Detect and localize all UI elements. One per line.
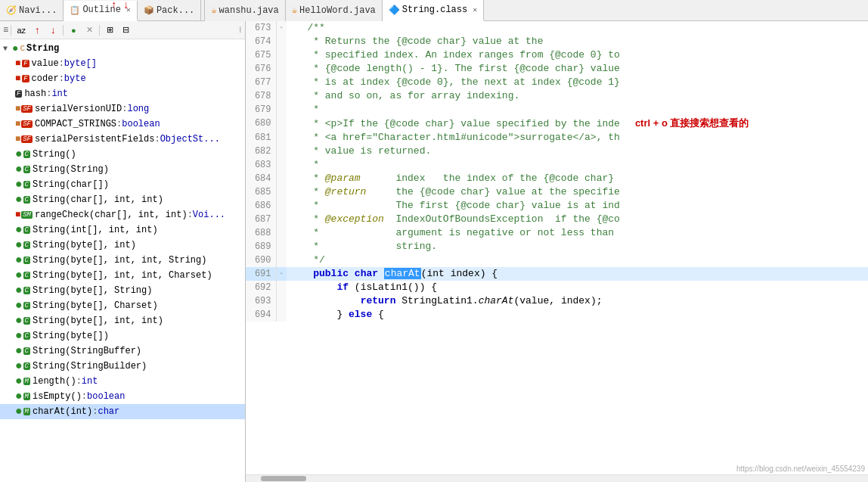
toolbar-btn-sort-alpha[interactable]: az — [14, 23, 29, 37]
dot-green-sbii: ● — [15, 315, 23, 327]
line-arrow-683 — [276, 158, 287, 172]
tree-item-compact[interactable]: ■ SF COMPACT_STRINGS : boolean — [0, 117, 245, 132]
tree-item-string-char-int-int[interactable]: ● C String(char[], int, int) — [0, 192, 245, 207]
tree-item-string-string[interactable]: ● C String(String) — [0, 162, 245, 177]
field-sep-hash: : — [46, 89, 51, 99]
tree-item-string-byte-charset[interactable]: ● C String(byte[], Charset) — [0, 298, 245, 313]
field-icon-svuid: SF — [21, 105, 33, 113]
code-line-689: 689 * string. — [246, 240, 868, 253]
line-content-692: if (isLatin1()) { — [287, 281, 868, 294]
line-content-679: * — [287, 103, 868, 117]
line-arrow-694 — [276, 308, 287, 322]
line-arrow-692 — [276, 281, 287, 294]
line-arrow-688 — [276, 226, 287, 240]
toolbar-btn-x[interactable]: ✕ — [82, 23, 97, 37]
tree-item-string-intarray[interactable]: ● C String(int[], int, int) — [0, 222, 245, 238]
method-icon-ie: M — [23, 393, 30, 400]
helloword-java-icon: ☕ — [292, 5, 297, 16]
editor-tab-string[interactable]: 🔷 String.class ✕ — [383, 0, 484, 21]
tree-item-string-default[interactable]: ● C String() — [0, 147, 245, 162]
tree-item-string-stringbuffer[interactable]: ● C String(StringBuffer) — [0, 344, 245, 359]
collapse-arrow-string[interactable]: ▼ — [3, 45, 12, 53]
outline-toolbar: ≡ az ↑ ↓ ● ✕ ⊞ ⊟ ⁞ — [0, 21, 245, 39]
field-type-svuid: long — [127, 104, 149, 114]
toolbar-btn-circle[interactable]: ● — [66, 23, 81, 37]
tree-item-serialVersionUID[interactable]: ■ SF serialVersionUID : long — [0, 101, 245, 117]
navi-label: Navi... — [19, 5, 57, 16]
tree-item-value[interactable]: ■ F value : byte[] — [0, 56, 245, 71]
line-arrow-677 — [276, 76, 287, 89]
line-arrow-681 — [276, 131, 287, 145]
tree-root-string[interactable]: ▼ ● C String — [0, 41, 245, 56]
tree-item-hash[interactable]: F hash : int — [0, 86, 245, 101]
field-name-value: value — [32, 58, 59, 69]
line-num-676: 676 — [246, 62, 276, 76]
line-content-687: * @exception IndexOutOfBoundsException i… — [287, 213, 868, 226]
h-scroll-thumb[interactable] — [261, 476, 306, 481]
code-line-690: 690 */ — [246, 253, 868, 267]
method-name-sia: String(int[], int, int) — [33, 225, 158, 235]
code-line-683: 683 * — [246, 158, 868, 172]
tree-item-string-bytearray[interactable]: ● C String(byte[]) — [0, 328, 245, 344]
line-num-687: 687 — [246, 213, 276, 226]
tree-item-string-chararray[interactable]: ● C String(char[]) — [0, 177, 245, 192]
line-content-694: } else { — [287, 308, 868, 322]
tab-outline[interactable]: 📋 Outline ✕ ↑ ↓ — [64, 1, 137, 21]
field-icon-compact: SF — [21, 120, 33, 128]
tree-item-string-bytearray-iis[interactable]: ● C String(byte[], int, int, String) — [0, 253, 245, 268]
tree-item-string-bytearray-iicharset[interactable]: ● C String(byte[], int, int, Charset) — [0, 268, 245, 283]
helloword-java-label: HelloWord.java — [299, 5, 376, 16]
toolbar-btn-arrow-down[interactable]: ↓ — [45, 23, 60, 37]
pack-icon: 📦 — [144, 5, 154, 15]
tree-item-coder[interactable]: ■ F coder : byte — [0, 71, 245, 86]
line-content-675: * specified index. An index ranges from … — [287, 48, 868, 62]
editor-tab-wanshu[interactable]: ☕ wanshu.java — [205, 0, 285, 21]
dot-red-rc: ■ — [15, 210, 20, 220]
toolbar-input-icon: ≡ — [3, 25, 8, 36]
pack-label: Pack... — [157, 5, 194, 16]
method-name-ca: charAt(int) — [33, 406, 92, 417]
method-name-sbiicharset: String(byte[], int, int, Charset) — [33, 270, 212, 281]
field-type-value: byte[] — [64, 58, 97, 69]
tree-item-string-byte-int[interactable]: ● C String(byte[], int) — [0, 238, 245, 253]
tree-item-string-byte-string[interactable]: ● C String(byte[], String) — [0, 283, 245, 298]
tree-item-string-stringbuilder[interactable]: ● C String(StringBuilder) — [0, 359, 245, 374]
red-arrow-indicator2: ↓ — [122, 0, 129, 11]
dot-green-sbi: ● — [15, 239, 23, 251]
line-content-680: * <p>If the {@code char} value specified… — [287, 117, 868, 131]
dot-green-scii: ● — [15, 194, 23, 206]
line-arrow-680 — [276, 117, 287, 131]
toolbar-btn-expand[interactable]: ⊞ — [102, 23, 117, 37]
string-class-close[interactable]: ✕ — [473, 5, 477, 14]
method-icon-sbarr: C — [23, 332, 30, 340]
code-line-687: 687 * @exception IndexOutOfBoundsExcepti… — [246, 213, 868, 226]
tree-item-length[interactable]: ● M length() : int — [0, 374, 245, 389]
tree-item-rangecheck[interactable]: ■ SM rangeCheck(char[], int, int) : Voi.… — [0, 207, 245, 222]
method-icon-sd: C — [23, 151, 30, 158]
horizontal-scrollbar[interactable] — [246, 474, 868, 482]
line-num-673: 673 — [246, 21, 276, 35]
tree-item-string-byte-int-int[interactable]: ● C String(byte[], int, int) — [0, 313, 245, 328]
method-name-sbiis: String(byte[], int, int, String) — [33, 255, 206, 266]
tree-item-isempty[interactable]: ● M isEmpty() : boolean — [0, 389, 245, 404]
field-sep-value: : — [59, 58, 64, 69]
tab-pack[interactable]: 📦 Pack... — [138, 0, 201, 20]
code-line-678: 678 * and so on, as for array indexing. — [246, 89, 868, 103]
tree-item-spf[interactable]: ■ SF serialPersistentFields : ObjectSt..… — [0, 132, 245, 147]
line-content-686: * The first {@code char} value is at ind — [287, 199, 868, 213]
outline-tree[interactable]: ▼ ● C String ■ F value : byte[] ■ F code… — [0, 39, 245, 482]
toolbar-btn-arrow-up[interactable]: ↑ — [29, 23, 45, 37]
toolbar-btn-collapse[interactable]: ⊟ — [118, 23, 133, 37]
line-arrow-674 — [276, 35, 287, 48]
field-name-svuid: serialVersionUID — [35, 104, 122, 114]
line-content-684: * @param index the index of the {@code c… — [287, 172, 868, 185]
editor-tab-helloword[interactable]: ☕ HelloWord.java — [286, 0, 383, 21]
tree-item-charat[interactable]: ● M charAt(int) : char — [0, 404, 245, 419]
code-scroll-area[interactable]: 673 ◦ /** 674 * Returns the {@code char}… — [246, 21, 868, 474]
method-name-scii: String(char[], int, int) — [33, 194, 163, 205]
tab-navi[interactable]: 🧭 Navi... — [0, 0, 64, 20]
field-type-compact: boolean — [122, 119, 160, 129]
method-name-ssbuild: String(StringBuilder) — [33, 361, 147, 372]
dot-green-sca: ● — [15, 179, 23, 191]
line-num-693: 693 — [246, 294, 276, 308]
